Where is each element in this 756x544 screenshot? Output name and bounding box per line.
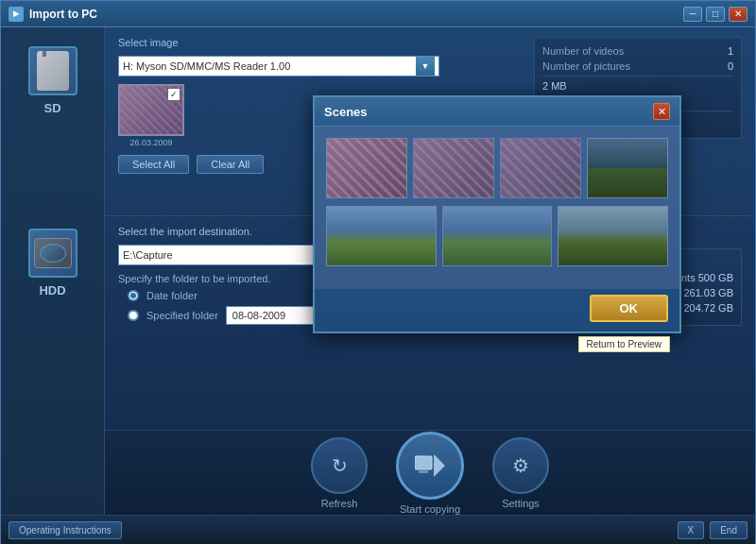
action-bar: ↻ Refresh Start copying ⚙ Setti bbox=[105, 430, 755, 515]
clear-all-button[interactable]: Clear All bbox=[197, 155, 264, 174]
scene-thumb-4[interactable] bbox=[587, 138, 668, 198]
radio-date-btn[interactable] bbox=[128, 290, 139, 301]
settings-label: Settings bbox=[502, 498, 540, 509]
ok-button[interactable]: OK bbox=[590, 295, 669, 322]
select-all-button[interactable]: Select All bbox=[118, 155, 189, 174]
num-pictures-value: 0 bbox=[728, 60, 733, 72]
scenes-dialog: Scenes ✕ OK Return to Preview bbox=[313, 95, 681, 333]
refresh-label: Refresh bbox=[321, 498, 358, 509]
title-bar: ▶ Import to PC ─ □ ✕ bbox=[1, 1, 755, 27]
info-row-size1: 2 MB bbox=[542, 80, 733, 92]
status-right: X End bbox=[678, 521, 747, 539]
thumb-date: 26.03.2009 bbox=[118, 138, 184, 147]
num-videos-label: Number of videos bbox=[542, 45, 624, 57]
hdd-device-icon[interactable]: HDD bbox=[28, 229, 77, 298]
sd-icon-box bbox=[28, 46, 77, 95]
info-row-pictures: Number of pictures 0 bbox=[542, 60, 733, 72]
sd-device-icon[interactable]: SD bbox=[28, 46, 77, 115]
start-copying-label: Start copying bbox=[400, 503, 460, 515]
scene-thumb-2[interactable] bbox=[413, 138, 494, 198]
svg-rect-2 bbox=[419, 469, 428, 473]
x-button[interactable]: X bbox=[678, 521, 705, 539]
dialog-title-bar: Scenes ✕ bbox=[315, 97, 679, 127]
sd-label: SD bbox=[43, 101, 60, 115]
hdd-icon-box bbox=[28, 229, 77, 278]
size1-value: 2 MB bbox=[542, 80, 567, 92]
hdd-disk-icon bbox=[34, 238, 72, 268]
thumbnail-image: ✓ bbox=[118, 84, 184, 136]
num-videos-value: 1 bbox=[728, 45, 733, 57]
hdd-inner-icon bbox=[40, 244, 66, 263]
scene-thumb-1[interactable] bbox=[326, 138, 407, 198]
scene-thumb-5[interactable] bbox=[326, 206, 437, 266]
info-row-videos: Number of videos 1 bbox=[542, 45, 733, 57]
instructions-button[interactable]: Operating Instructions bbox=[9, 521, 122, 539]
start-copying-button[interactable]: Start copying bbox=[396, 432, 464, 515]
main-window: ▶ Import to PC ─ □ ✕ SD bbox=[0, 0, 756, 544]
thumbnail-item[interactable]: ✓ 26.03.2009 bbox=[118, 84, 184, 147]
drive-dropdown[interactable]: H: Myson SD/MMC/MS Reader 1.00 ▼ bbox=[118, 56, 439, 76]
scenes-grid-row2 bbox=[326, 206, 668, 266]
dialog-content bbox=[315, 127, 679, 289]
status-bar: Operating Instructions X End bbox=[1, 515, 755, 544]
date-folder-label: Date folder bbox=[146, 290, 198, 301]
title-bar-left: ▶ Import to PC bbox=[9, 7, 97, 22]
sd-card-icon bbox=[37, 51, 69, 91]
scene-thumb-6[interactable] bbox=[442, 206, 553, 266]
drive-dropdown-arrow[interactable]: ▼ bbox=[416, 57, 435, 76]
window-title: Import to PC bbox=[29, 8, 97, 21]
scene-thumb-3[interactable] bbox=[500, 138, 581, 198]
num-pictures-label: Number of pictures bbox=[542, 60, 630, 72]
dialog-footer: OK Return to Preview bbox=[315, 289, 679, 332]
refresh-button[interactable]: ↻ Refresh bbox=[311, 437, 368, 509]
start-copying-icon bbox=[396, 432, 464, 500]
scenes-grid-row1 bbox=[326, 138, 668, 198]
radio-specified-btn[interactable] bbox=[128, 310, 139, 321]
svg-rect-0 bbox=[415, 456, 432, 469]
free-value: 204.72 GB bbox=[683, 302, 733, 314]
capacity-value: 261.03 GB bbox=[683, 287, 733, 298]
settings-button[interactable]: ⚙ Settings bbox=[492, 437, 549, 509]
return-to-preview-tooltip: Return to Preview bbox=[578, 336, 670, 352]
end-button[interactable]: End bbox=[710, 521, 747, 539]
dialog-close-button[interactable]: ✕ bbox=[653, 103, 670, 120]
scene-thumb-7[interactable] bbox=[558, 206, 668, 266]
title-bar-controls: ─ □ ✕ bbox=[683, 7, 747, 22]
maximize-button[interactable]: □ bbox=[706, 7, 725, 22]
close-button[interactable]: ✕ bbox=[729, 7, 747, 22]
refresh-icon: ↻ bbox=[311, 437, 368, 494]
dialog-title: Scenes bbox=[324, 105, 368, 119]
hdd-label: HDD bbox=[39, 283, 65, 298]
left-panel: SD HDD bbox=[1, 27, 105, 515]
drive-value: H: Myson SD/MMC/MS Reader 1.00 bbox=[123, 60, 416, 72]
thumb-checkbox[interactable]: ✓ bbox=[167, 88, 180, 101]
svg-marker-1 bbox=[434, 454, 445, 477]
minimize-button[interactable]: ─ bbox=[683, 7, 702, 22]
settings-icon: ⚙ bbox=[492, 437, 549, 494]
specified-folder-label: Specified folder bbox=[146, 310, 218, 321]
app-icon: ▶ bbox=[9, 7, 24, 22]
